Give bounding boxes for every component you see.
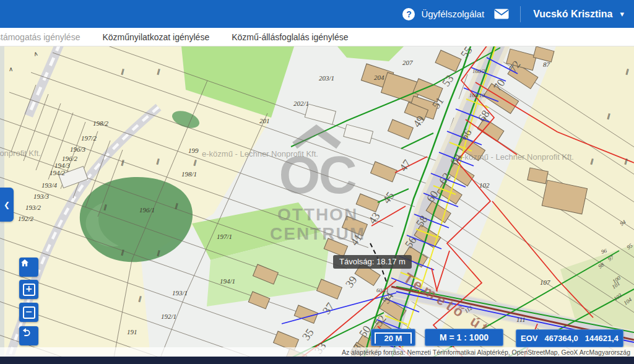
map-label: 203/1 <box>319 74 334 82</box>
map-label: 102 <box>479 181 490 189</box>
map-label: 201 <box>259 117 270 124</box>
home-icon <box>19 258 30 269</box>
zoom-in-button[interactable]: + <box>19 280 38 299</box>
undo-button[interactable] <box>19 326 38 345</box>
user-menu[interactable]: Vucskó Krisztina <box>533 9 612 20</box>
map-label: 160/2 <box>472 68 485 74</box>
app-window: ? Ügyfélszolgálat Vucskó Krisztina ▾ stá… <box>0 0 634 364</box>
map-label: 197/2 <box>81 134 97 142</box>
map-label: 193/3 <box>33 193 50 200</box>
attribution-text: Az alaptérkép forrása: Nemzeti Térinform… <box>342 349 630 356</box>
map-label: 196/3 <box>70 145 86 153</box>
header-divider <box>520 6 521 22</box>
map-label: 160/10 <box>469 92 485 98</box>
map-container: OC OTTHON CENTRUM 198/2197/2196/3196/219… <box>0 46 634 364</box>
home-button[interactable] <box>19 258 38 277</box>
map-label: 193/2 <box>25 204 41 211</box>
customer-service-link[interactable]: Ügyfélszolgálat <box>421 9 484 19</box>
map-label: 111 <box>516 316 526 323</box>
map-label: 204 <box>374 74 384 81</box>
map-label: 198/2 <box>93 119 109 127</box>
map-label: 191 <box>127 328 137 336</box>
zoom-in-icon: + <box>23 284 35 296</box>
top-header: ? Ügyfélszolgálat Vucskó Krisztina ▾ <box>0 0 634 28</box>
map-label: 207 <box>402 59 413 66</box>
scale-ratio-label: M = 1 : 1000 <box>440 332 489 342</box>
map-label: e-közmű - Lechner Nonprofit Kft. <box>0 149 41 158</box>
map-canvas[interactable]: OC OTTHON CENTRUM 198/2197/2196/3196/219… <box>0 46 634 364</box>
map-label: 199 <box>188 147 199 154</box>
eov-x: 467364,0 <box>545 334 578 343</box>
eov-coordinates: EOV 467364,0 144621,4 <box>516 329 623 347</box>
map-label: 192/2 <box>18 215 34 222</box>
sidebar-collapse-button[interactable]: ❮ <box>0 188 14 222</box>
map-label: 192/1 <box>161 313 176 320</box>
zoom-out-button[interactable]: − <box>19 303 38 322</box>
tab-utility-position[interactable]: Közmű-állásfoglalás igénylése <box>232 32 348 42</box>
map-label: 194/1 <box>220 277 235 285</box>
eov-y: 144621,4 <box>585 334 619 343</box>
map-label: 202/1 <box>293 100 309 107</box>
distance-tooltip: Távolság: 18.17 m <box>333 255 412 269</box>
map-label: 107 <box>540 279 550 286</box>
map-attribution: Az alaptérkép forrása: Nemzeti Térinform… <box>0 347 634 357</box>
map-label: 198/1 <box>181 170 197 178</box>
zoom-out-icon: − <box>23 306 35 319</box>
map-label: 193/1 <box>172 289 188 297</box>
map-label: 194/3 <box>54 162 71 169</box>
tab-utility-statement[interactable]: Közműnyilatkozat igénylése <box>102 32 209 42</box>
help-icon[interactable]: ? <box>402 8 415 20</box>
bottom-strip <box>0 357 634 364</box>
watermark-line1: OTTHON <box>277 205 358 224</box>
eov-prefix: EOV <box>521 334 537 343</box>
collapse-chevron-icon: ❮ <box>4 201 10 209</box>
map-label: 197/1 <box>217 233 232 240</box>
scale-bar-label: 20 M <box>384 334 402 343</box>
mail-icon[interactable] <box>494 9 509 19</box>
tab-support-request[interactable]: stámogatás igénylése <box>0 32 80 42</box>
map-label: e-közmű - Lechner Nonprofit Kft. <box>202 149 318 158</box>
map-label: 193/4 <box>41 181 58 189</box>
scale-ratio[interactable]: M = 1 : 1000 <box>425 329 503 346</box>
scale-bar: 20 M <box>371 329 415 346</box>
map-label: 87 <box>543 61 550 68</box>
tab-bar: stámogatás igénylése Közműnyilatkozat ig… <box>0 28 634 46</box>
otthon-centrum-watermark: OC OTTHON CENTRUM <box>270 129 365 243</box>
map-label: ∧ <box>9 66 13 72</box>
map-label: 194/2 <box>50 169 66 176</box>
map-label: e-közmű - Lechner Nonprofit Kft. <box>458 152 574 162</box>
chevron-down-icon[interactable]: ▾ <box>620 9 624 19</box>
map-label: 196/1 <box>139 206 155 214</box>
undo-icon <box>19 326 32 339</box>
